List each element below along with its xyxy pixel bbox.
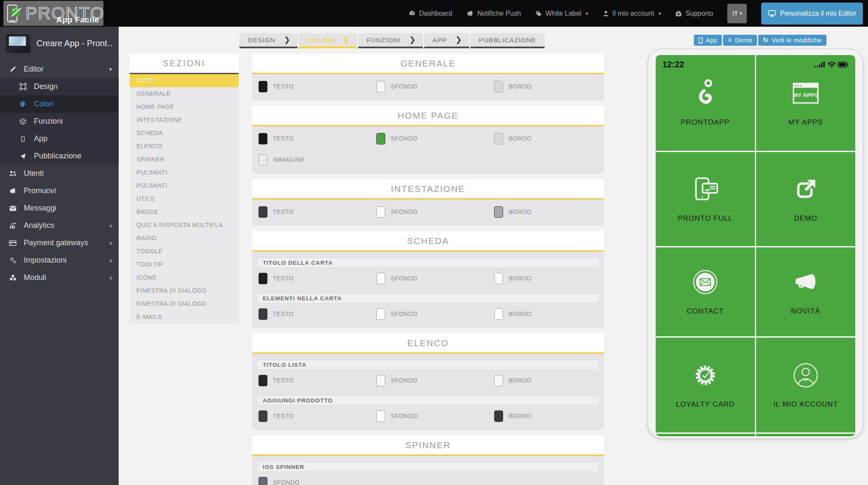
- color-swatch[interactable]: [259, 133, 267, 144]
- color-picker-sfondo[interactable]: SFONDO: [376, 133, 494, 144]
- color-picker-bordo[interactable]: BORDO: [494, 410, 604, 422]
- sidebar-item-design[interactable]: Design: [0, 78, 119, 95]
- current-app-selector[interactable]: Creare App - Pront…: [0, 27, 119, 61]
- sezioni-item[interactable]: FINESTRA DI DIALOGO: [130, 297, 239, 310]
- color-swatch[interactable]: [494, 133, 503, 144]
- color-swatch[interactable]: [376, 133, 385, 144]
- sezioni-item[interactable]: TOOLTIP: [130, 258, 239, 271]
- nav-white-label[interactable]: White Label▾: [535, 10, 588, 17]
- phone-tile-my-apps[interactable]: MY APPSMY APPS: [756, 55, 855, 151]
- color-picker-sfondo[interactable]: SFONDO: [376, 81, 494, 92]
- color-picker-bordo[interactable]: BORDO: [494, 81, 604, 92]
- color-swatch[interactable]: [376, 273, 385, 284]
- color-swatch[interactable]: [494, 81, 503, 92]
- color-swatch[interactable]: [376, 410, 385, 422]
- phone-tile-novità[interactable]: NOVITÀ: [756, 247, 855, 336]
- phone-tile-prontoapp[interactable]: PRONTOAPP: [656, 55, 755, 151]
- sezioni-item[interactable]: ICONE: [130, 271, 239, 284]
- color-swatch[interactable]: [259, 477, 267, 485]
- sezioni-item[interactable]: QUIZ A RISPOSTA MULTIPLA: [130, 219, 239, 232]
- color-swatch[interactable]: [259, 308, 267, 320]
- color-swatch[interactable]: [494, 206, 503, 218]
- color-swatch[interactable]: [376, 308, 385, 320]
- breadcrumb-step-funzioni[interactable]: FUNZIONI❯: [358, 33, 423, 48]
- color-picker-testo[interactable]: TESTO: [259, 410, 376, 422]
- color-swatch[interactable]: [494, 308, 503, 320]
- nav-supporto[interactable]: Supporto: [675, 10, 713, 17]
- color-picker-bordo[interactable]: BORDO: [494, 308, 604, 320]
- sezioni-item[interactable]: PULSANTI: [130, 166, 239, 179]
- sidebar-item-editor[interactable]: Editor▾: [0, 61, 119, 78]
- color-picker-bordo[interactable]: BORDO: [494, 133, 604, 144]
- color-picker-testo[interactable]: TESTO: [259, 308, 376, 320]
- color-picker-sfondo[interactable]: SFONDO: [376, 273, 494, 284]
- sezioni-item[interactable]: HOME PAGE: [130, 100, 239, 114]
- color-picker-sfondo[interactable]: SFONDO: [376, 308, 494, 320]
- sidebar-item-analytics[interactable]: Analytics›: [0, 217, 119, 234]
- color-picker-testo[interactable]: TESTO: [259, 375, 376, 386]
- phone-tile-loyalty-card[interactable]: LOYALTY CARD: [656, 338, 755, 432]
- color-swatch[interactable]: [376, 81, 385, 92]
- color-swatch[interactable]: [259, 375, 267, 386]
- phone-tile-demo[interactable]: DEMO: [756, 152, 855, 246]
- breadcrumb-step-colori[interactable]: COLORI❯: [299, 33, 357, 48]
- sidebar-item-funzioni[interactable]: Funzioni: [0, 113, 119, 130]
- phone-tile-il-mio-account[interactable]: IL MIO ACCOUNT: [756, 338, 855, 432]
- color-picker-testo[interactable]: TESTO: [259, 206, 376, 218]
- color-picker-sfondo[interactable]: SFONDO: [376, 375, 494, 386]
- color-swatch[interactable]: [494, 273, 503, 284]
- color-picker-bordo[interactable]: BORDO: [494, 206, 604, 218]
- color-swatch[interactable]: [494, 410, 503, 422]
- sezioni-item[interactable]: UTILS: [130, 192, 239, 205]
- breadcrumb-step-app[interactable]: APP❯: [424, 33, 469, 48]
- breadcrumb-step-design[interactable]: DESIGN❯: [239, 33, 298, 48]
- sezioni-item[interactable]: GENERALE: [130, 87, 239, 100]
- sidebar-item-messaggi[interactable]: Messaggi: [0, 200, 119, 217]
- color-swatch[interactable]: [259, 81, 267, 92]
- logo[interactable]: PRONTO App Facile: [3, 1, 103, 26]
- sezioni-item[interactable]: SCHEDA: [130, 127, 239, 140]
- color-picker-testo[interactable]: TESTO: [259, 81, 376, 92]
- color-picker-immagine[interactable]: IMMAGINE: [259, 154, 376, 166]
- nav-il-mio-account[interactable]: Il mio account▾: [603, 10, 661, 17]
- language-dropdown[interactable]: IT ▾: [727, 4, 747, 23]
- nav-dashboard[interactable]: Dashboard: [409, 10, 452, 17]
- color-swatch[interactable]: [376, 375, 385, 386]
- sidebar-item-promuovi[interactable]: Promuovi: [0, 182, 119, 200]
- sezioni-item[interactable]: E-MAILS: [130, 310, 239, 324]
- demo-button[interactable]: ≡Demo: [723, 35, 757, 46]
- personalize-editor-button[interactable]: Personalizza il mio Editor: [761, 3, 863, 25]
- color-picker-sfondo[interactable]: SFONDO: [376, 410, 494, 422]
- phone-tile-pronto-full[interactable]: PRONTO FULL: [656, 152, 755, 246]
- sezioni-item[interactable]: FINESTRA DI DIALOGO: [130, 284, 239, 297]
- color-picker-testo[interactable]: TESTO: [259, 273, 376, 284]
- sezioni-item[interactable]: PULSANTI: [130, 179, 239, 192]
- sezioni-item[interactable]: SPINNER: [130, 153, 239, 166]
- sezioni-item[interactable]: TUTTI: [130, 74, 239, 87]
- sidebar-item-pubblicazione[interactable]: Pubblicazione: [0, 147, 119, 165]
- sezioni-item[interactable]: BADGE: [130, 205, 239, 219]
- color-picker-testo[interactable]: TESTO: [259, 133, 376, 144]
- vedi-le-modifiche-button[interactable]: ↻Vedi le modifiche: [758, 35, 826, 46]
- sezioni-item[interactable]: INTESTAZIONE: [130, 114, 239, 127]
- color-picker-bordo[interactable]: BORDO: [494, 273, 604, 284]
- breadcrumb-step-pubblicazione[interactable]: PUBBLICAZIONE: [470, 33, 545, 48]
- nav-notifiche-push[interactable]: Notifiche Push: [467, 10, 521, 17]
- sidebar-item-app[interactable]: App: [0, 130, 119, 147]
- color-swatch[interactable]: [259, 206, 267, 218]
- color-swatch[interactable]: [259, 154, 267, 166]
- sidebar-item-impostazioni[interactable]: Impostazioni›: [0, 252, 119, 269]
- color-swatch[interactable]: [259, 273, 267, 284]
- app-button[interactable]: App: [694, 35, 722, 46]
- sidebar-item-moduli[interactable]: Moduli›: [0, 269, 119, 286]
- sidebar-item-utenti[interactable]: Utenti: [0, 165, 119, 182]
- color-swatch[interactable]: [494, 375, 503, 386]
- sidebar-item-colori[interactable]: Colori: [0, 95, 119, 113]
- color-picker-sfondo[interactable]: SFONDO: [259, 477, 376, 485]
- sidebar-item-payment-gateways[interactable]: Payment gateways›: [0, 234, 119, 252]
- sezioni-item[interactable]: TOGGLE: [130, 245, 239, 258]
- phone-tile-contact[interactable]: CONTACT: [656, 247, 755, 336]
- color-swatch[interactable]: [376, 206, 385, 218]
- sezioni-item[interactable]: RADIO: [130, 232, 239, 245]
- color-swatch[interactable]: [259, 410, 267, 422]
